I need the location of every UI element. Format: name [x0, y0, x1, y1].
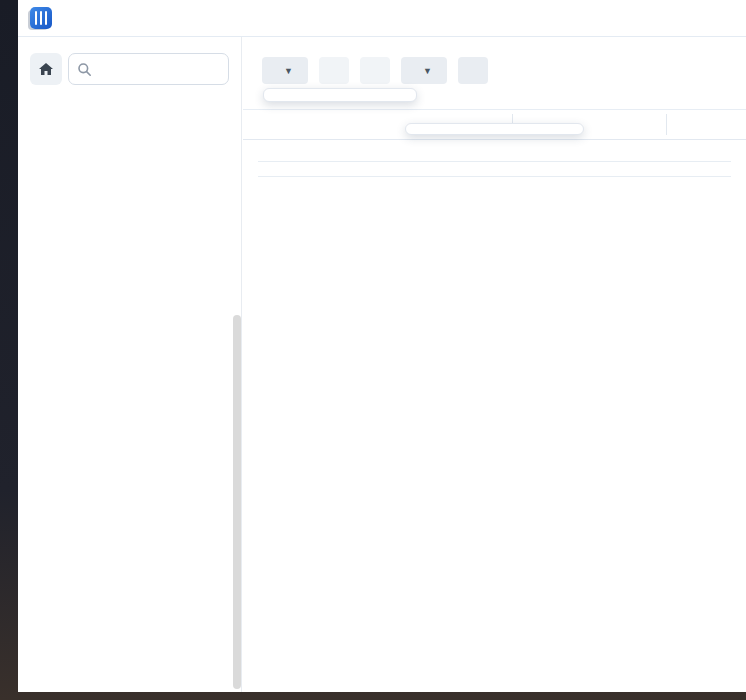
create-dropdown-menu: [263, 88, 417, 102]
sidebar-scrollbar[interactable]: [233, 315, 241, 689]
search-field[interactable]: [68, 53, 229, 85]
sidebar: [18, 37, 242, 692]
table-footer: [258, 161, 731, 177]
search-input[interactable]: [98, 61, 220, 77]
search-icon: [77, 62, 92, 77]
chevron-down-icon: ▼: [423, 66, 432, 76]
toolbar: ▼ ▼: [243, 37, 746, 84]
run-button[interactable]: [360, 57, 390, 84]
home-icon: [37, 60, 55, 78]
edit-button[interactable]: [319, 57, 349, 84]
triggered-task-submenu: [405, 123, 584, 135]
control-panel-window: ▼ ▼: [18, 0, 746, 692]
title-bar: [18, 0, 746, 37]
chevron-down-icon: ▼: [284, 66, 293, 76]
create-button[interactable]: ▼: [262, 57, 308, 84]
settings-button[interactable]: [458, 57, 488, 84]
main-panel: ▼ ▼: [243, 37, 746, 692]
home-button[interactable]: [30, 53, 62, 85]
control-panel-icon: [30, 7, 52, 29]
action-button[interactable]: ▼: [401, 57, 447, 84]
